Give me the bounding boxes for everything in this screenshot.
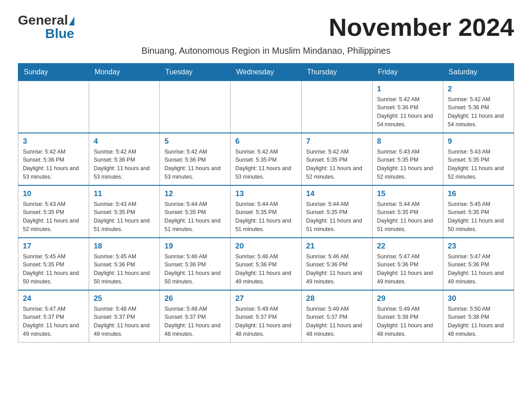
calendar-day-cell: 30Sunrise: 5:50 AM Sunset: 5:38 PM Dayli… bbox=[443, 290, 514, 342]
page-header: General Blue November 2024 bbox=[18, 13, 514, 41]
calendar-day-cell: 25Sunrise: 5:48 AM Sunset: 5:37 PM Dayli… bbox=[89, 290, 160, 342]
calendar-day-cell: 11Sunrise: 5:43 AM Sunset: 5:35 PM Dayli… bbox=[89, 185, 160, 238]
calendar-day-cell: 3Sunrise: 5:42 AM Sunset: 5:36 PM Daylig… bbox=[18, 133, 89, 185]
logo-blue-text: Blue bbox=[45, 27, 74, 40]
day-number: 16 bbox=[448, 189, 509, 198]
calendar-header-row: SundayMondayTuesdayWednesdayThursdayFrid… bbox=[18, 63, 514, 81]
calendar-day-cell: 4Sunrise: 5:42 AM Sunset: 5:36 PM Daylig… bbox=[89, 133, 160, 185]
day-info: Sunrise: 5:42 AM Sunset: 5:36 PM Dayligh… bbox=[164, 148, 226, 181]
day-info: Sunrise: 5:45 AM Sunset: 5:36 PM Dayligh… bbox=[94, 253, 155, 286]
calendar-day-cell: 26Sunrise: 5:48 AM Sunset: 5:37 PM Dayli… bbox=[160, 290, 231, 342]
day-info: Sunrise: 5:49 AM Sunset: 5:37 PM Dayligh… bbox=[306, 305, 368, 338]
day-info: Sunrise: 5:44 AM Sunset: 5:35 PM Dayligh… bbox=[306, 200, 368, 234]
day-number: 3 bbox=[23, 137, 84, 146]
day-number: 30 bbox=[448, 294, 509, 303]
calendar-day-cell: 13Sunrise: 5:44 AM Sunset: 5:35 PM Dayli… bbox=[231, 185, 301, 238]
day-info: Sunrise: 5:45 AM Sunset: 5:35 PM Dayligh… bbox=[448, 200, 509, 234]
day-info: Sunrise: 5:42 AM Sunset: 5:36 PM Dayligh… bbox=[23, 148, 84, 181]
calendar-day-cell: 2Sunrise: 5:42 AM Sunset: 5:36 PM Daylig… bbox=[443, 81, 514, 133]
calendar-day-cell bbox=[160, 81, 231, 133]
day-number: 11 bbox=[94, 189, 155, 198]
day-info: Sunrise: 5:43 AM Sunset: 5:35 PM Dayligh… bbox=[448, 148, 509, 181]
calendar-day-cell: 21Sunrise: 5:46 AM Sunset: 5:36 PM Dayli… bbox=[301, 238, 372, 290]
day-info: Sunrise: 5:43 AM Sunset: 5:35 PM Dayligh… bbox=[377, 148, 438, 181]
calendar-day-header: Saturday bbox=[443, 63, 514, 81]
day-info: Sunrise: 5:46 AM Sunset: 5:36 PM Dayligh… bbox=[235, 253, 296, 286]
day-info: Sunrise: 5:47 AM Sunset: 5:37 PM Dayligh… bbox=[23, 305, 84, 338]
day-number: 22 bbox=[377, 242, 438, 251]
calendar-day-header: Thursday bbox=[301, 63, 372, 81]
day-info: Sunrise: 5:47 AM Sunset: 5:36 PM Dayligh… bbox=[448, 253, 509, 286]
day-number: 28 bbox=[306, 294, 368, 303]
calendar-week-row: 10Sunrise: 5:43 AM Sunset: 5:35 PM Dayli… bbox=[18, 185, 514, 238]
calendar-day-header: Tuesday bbox=[160, 63, 231, 81]
calendar-day-header: Friday bbox=[372, 63, 443, 81]
page-subtitle: Binuang, Autonomous Region in Muslim Min… bbox=[18, 46, 514, 56]
day-number: 9 bbox=[448, 137, 509, 146]
calendar-day-cell: 18Sunrise: 5:45 AM Sunset: 5:36 PM Dayli… bbox=[89, 238, 160, 290]
calendar-day-cell: 10Sunrise: 5:43 AM Sunset: 5:35 PM Dayli… bbox=[18, 185, 89, 238]
calendar-table: SundayMondayTuesdayWednesdayThursdayFrid… bbox=[18, 63, 514, 342]
day-number: 18 bbox=[94, 242, 155, 251]
day-number: 4 bbox=[94, 137, 155, 146]
calendar-day-cell: 9Sunrise: 5:43 AM Sunset: 5:35 PM Daylig… bbox=[443, 133, 514, 185]
calendar-day-cell: 29Sunrise: 5:49 AM Sunset: 5:38 PM Dayli… bbox=[372, 290, 443, 342]
calendar-day-cell bbox=[89, 81, 160, 133]
day-info: Sunrise: 5:45 AM Sunset: 5:35 PM Dayligh… bbox=[23, 253, 84, 286]
day-number: 23 bbox=[448, 242, 509, 251]
calendar-day-header: Monday bbox=[89, 63, 160, 81]
day-number: 6 bbox=[235, 137, 296, 146]
calendar-week-row: 3Sunrise: 5:42 AM Sunset: 5:36 PM Daylig… bbox=[18, 133, 514, 185]
day-info: Sunrise: 5:42 AM Sunset: 5:35 PM Dayligh… bbox=[235, 148, 296, 181]
calendar-day-cell bbox=[301, 81, 372, 133]
logo-general-text: General bbox=[18, 13, 68, 27]
day-info: Sunrise: 5:50 AM Sunset: 5:38 PM Dayligh… bbox=[448, 305, 509, 338]
day-number: 10 bbox=[23, 189, 84, 198]
calendar-day-cell: 14Sunrise: 5:44 AM Sunset: 5:35 PM Dayli… bbox=[301, 185, 372, 238]
calendar-day-cell: 12Sunrise: 5:44 AM Sunset: 5:35 PM Dayli… bbox=[160, 185, 231, 238]
day-info: Sunrise: 5:48 AM Sunset: 5:37 PM Dayligh… bbox=[164, 305, 226, 338]
day-info: Sunrise: 5:48 AM Sunset: 5:37 PM Dayligh… bbox=[94, 305, 155, 338]
day-info: Sunrise: 5:46 AM Sunset: 5:36 PM Dayligh… bbox=[306, 253, 368, 286]
day-number: 2 bbox=[448, 85, 509, 94]
day-number: 20 bbox=[235, 242, 296, 251]
day-info: Sunrise: 5:44 AM Sunset: 5:35 PM Dayligh… bbox=[377, 200, 438, 234]
day-number: 27 bbox=[235, 294, 296, 303]
day-number: 17 bbox=[23, 242, 84, 251]
day-number: 21 bbox=[306, 242, 368, 251]
day-number: 24 bbox=[23, 294, 84, 303]
calendar-week-row: 17Sunrise: 5:45 AM Sunset: 5:35 PM Dayli… bbox=[18, 238, 514, 290]
calendar-day-cell: 22Sunrise: 5:47 AM Sunset: 5:36 PM Dayli… bbox=[372, 238, 443, 290]
day-number: 29 bbox=[377, 294, 438, 303]
day-number: 19 bbox=[164, 242, 226, 251]
day-number: 12 bbox=[164, 189, 226, 198]
logo-arrow-icon bbox=[69, 17, 74, 26]
calendar-day-cell: 15Sunrise: 5:44 AM Sunset: 5:35 PM Dayli… bbox=[372, 185, 443, 238]
calendar-day-header: Sunday bbox=[18, 63, 89, 81]
calendar-day-cell: 5Sunrise: 5:42 AM Sunset: 5:36 PM Daylig… bbox=[160, 133, 231, 185]
day-number: 15 bbox=[377, 189, 438, 198]
day-number: 26 bbox=[164, 294, 226, 303]
calendar-day-cell bbox=[18, 81, 89, 133]
calendar-week-row: 1Sunrise: 5:42 AM Sunset: 5:36 PM Daylig… bbox=[18, 81, 514, 133]
calendar-day-cell: 7Sunrise: 5:42 AM Sunset: 5:35 PM Daylig… bbox=[301, 133, 372, 185]
day-number: 14 bbox=[306, 189, 368, 198]
calendar-day-cell: 1Sunrise: 5:42 AM Sunset: 5:36 PM Daylig… bbox=[372, 81, 443, 133]
day-number: 25 bbox=[94, 294, 155, 303]
calendar-week-row: 24Sunrise: 5:47 AM Sunset: 5:37 PM Dayli… bbox=[18, 290, 514, 342]
day-number: 5 bbox=[164, 137, 226, 146]
day-info: Sunrise: 5:43 AM Sunset: 5:35 PM Dayligh… bbox=[23, 200, 84, 234]
day-info: Sunrise: 5:49 AM Sunset: 5:37 PM Dayligh… bbox=[235, 305, 296, 338]
day-info: Sunrise: 5:49 AM Sunset: 5:38 PM Dayligh… bbox=[377, 305, 438, 338]
day-info: Sunrise: 5:43 AM Sunset: 5:35 PM Dayligh… bbox=[94, 200, 155, 234]
calendar-day-cell: 19Sunrise: 5:46 AM Sunset: 5:36 PM Dayli… bbox=[160, 238, 231, 290]
logo: General Blue bbox=[18, 13, 74, 40]
calendar-day-cell: 24Sunrise: 5:47 AM Sunset: 5:37 PM Dayli… bbox=[18, 290, 89, 342]
day-info: Sunrise: 5:47 AM Sunset: 5:36 PM Dayligh… bbox=[377, 253, 438, 286]
calendar-day-cell bbox=[231, 81, 301, 133]
day-info: Sunrise: 5:42 AM Sunset: 5:35 PM Dayligh… bbox=[306, 148, 368, 181]
calendar-day-cell: 28Sunrise: 5:49 AM Sunset: 5:37 PM Dayli… bbox=[301, 290, 372, 342]
day-info: Sunrise: 5:44 AM Sunset: 5:35 PM Dayligh… bbox=[235, 200, 296, 234]
day-number: 13 bbox=[235, 189, 296, 198]
day-info: Sunrise: 5:42 AM Sunset: 5:36 PM Dayligh… bbox=[94, 148, 155, 181]
